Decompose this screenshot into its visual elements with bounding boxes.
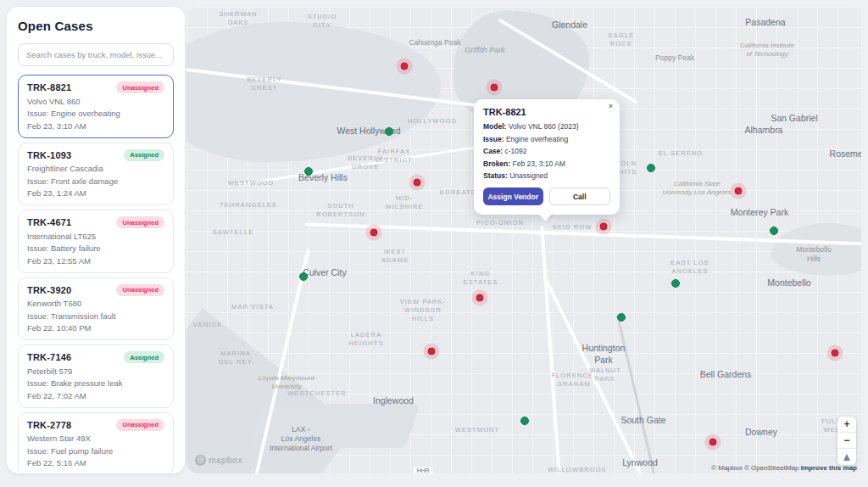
popup-row-label: Model: — [483, 122, 506, 131]
case-status-badge: Unassigned — [116, 419, 164, 431]
case-date: Feb 23, 12:55 AM — [27, 256, 164, 266]
popup-row-label: Broken: — [483, 160, 510, 168]
assigned-case-marker[interactable] — [520, 417, 529, 425]
attribution-text: © Mapbox © OpenStreetMap — [711, 464, 801, 472]
case-model: Kenworth T680 — [27, 299, 164, 308]
case-popup: × TRK-8821 Model: Volvo VNL 860 (2023)Is… — [474, 99, 620, 215]
case-status-badge: Unassigned — [116, 284, 164, 296]
case-model: Volvo VNL 860 — [27, 97, 164, 106]
case-card[interactable]: TRK-2778 Unassigned Western Star 49X Iss… — [18, 412, 174, 474]
popup-detail-row: Status: Unassigned — [483, 171, 610, 180]
unassigned-case-marker[interactable] — [428, 348, 436, 355]
case-date: Feb 23, 1:24 AM — [27, 188, 164, 198]
popup-detail-row: Issue: Engine overheating — [483, 135, 610, 143]
assigned-case-marker[interactable] — [617, 313, 626, 322]
zoom-in-button[interactable]: + — [837, 417, 856, 433]
improve-map-link[interactable]: Improve this map — [801, 464, 857, 472]
popup-row-value: c-1092 — [505, 147, 527, 155]
case-model: Peterbilt 579 — [27, 367, 164, 376]
case-model: International LT625 — [27, 232, 164, 241]
case-card-header: TRK-1093 Assigned — [27, 149, 164, 161]
case-issue: Issue: Battery failure — [27, 244, 164, 253]
unassigned-case-marker[interactable] — [709, 439, 717, 446]
mapbox-logo-word: mapbox — [209, 456, 242, 465]
popup-detail-rows: Model: Volvo VNL 860 (2023)Issue: Engine… — [483, 122, 610, 180]
popup-row-value: Volvo VNL 860 (2023) — [509, 122, 579, 131]
popup-row-label: Issue: — [483, 135, 504, 143]
case-card[interactable]: TRK-3920 Unassigned Kenworth T680 Issue:… — [18, 277, 174, 341]
case-date: Feb 22, 10:40 PM — [27, 323, 164, 333]
case-model: Freightliner Cascadia — [27, 164, 164, 173]
zoom-out-button[interactable]: − — [837, 433, 856, 449]
popup-row-value: Unassigned — [509, 171, 548, 180]
open-cases-panel: Open Cases TRK-8821 Unassigned Volvo VNL… — [7, 7, 185, 473]
case-card[interactable]: TRK-1093 Assigned Freightliner Cascadia … — [18, 143, 174, 206]
popup-detail-row: Case: c-1092 — [483, 147, 610, 155]
map-attribution: © Mapbox © OpenStreetMap Improve this ma… — [711, 464, 857, 472]
popup-row-value: Feb 23, 3:10 AM — [513, 160, 565, 168]
unassigned-case-marker[interactable] — [832, 350, 839, 357]
assigned-case-marker[interactable] — [647, 164, 655, 172]
map-canvas[interactable]: SHERMAN OAKSSTUDIO CITYGlendalePasadenaE… — [186, 7, 861, 473]
call-button[interactable]: Call — [549, 188, 611, 205]
map-terrain-airport — [249, 404, 420, 448]
map-controls: + − — [837, 417, 856, 465]
compass-button[interactable] — [837, 449, 856, 465]
popup-actions: Assign Vendor Call — [483, 188, 610, 205]
case-card[interactable]: TRK-4671 Unassigned International LT625 … — [18, 210, 174, 273]
case-date: Feb 23, 3:10 AM — [27, 121, 164, 131]
case-card-header: TRK-2778 Unassigned — [27, 419, 164, 431]
popup-detail-row: Broken: Feb 23, 3:10 AM — [483, 160, 610, 168]
case-issue: Issue: Fuel pump failure — [27, 446, 164, 456]
unassigned-case-marker[interactable] — [491, 84, 498, 92]
unassigned-case-marker[interactable] — [735, 188, 743, 195]
case-issue: Issue: Engine overheating — [27, 109, 164, 118]
case-status-badge: Unassigned — [116, 81, 164, 93]
case-status-badge: Unassigned — [116, 216, 164, 228]
case-id: TRK-2778 — [27, 420, 71, 430]
case-id: TRK-1093 — [27, 150, 71, 160]
case-issue: Issue: Transmission fault — [27, 311, 164, 321]
case-issue: Issue: Brake pressure leak — [27, 378, 164, 388]
mapbox-logo[interactable]: ⓜ mapbox — [195, 455, 242, 466]
popup-case-id: TRK-8821 — [483, 107, 610, 117]
panel-title: Open Cases — [18, 19, 174, 33]
assign-vendor-button[interactable]: Assign Vendor — [483, 188, 543, 205]
case-id: TRK-8821 — [27, 82, 71, 92]
case-list: TRK-8821 Unassigned Volvo VNL 860 Issue:… — [18, 75, 174, 473]
popup-row-value: Engine overheating — [506, 135, 568, 143]
popup-row-label: Status: — [483, 171, 508, 180]
case-status-badge: Assigned — [124, 351, 164, 363]
case-date: Feb 22, 5:16 AM — [27, 458, 164, 467]
case-date: Feb 22, 7:02 AM — [27, 391, 164, 400]
case-status-badge: Assigned — [124, 149, 164, 161]
case-issue: Issue: Front axle damage — [27, 176, 164, 186]
case-card-header: TRK-3920 Unassigned — [27, 284, 164, 296]
assigned-case-marker[interactable] — [299, 272, 308, 281]
case-id: TRK-7146 — [27, 352, 71, 362]
case-card[interactable]: TRK-7146 Assigned Peterbilt 579 Issue: B… — [18, 344, 174, 408]
case-id: TRK-4671 — [27, 217, 71, 227]
case-card[interactable]: TRK-8821 Unassigned Volvo VNL 860 Issue:… — [18, 75, 174, 138]
assigned-case-marker[interactable] — [770, 227, 778, 235]
unassigned-case-marker[interactable] — [401, 63, 409, 70]
case-card-header: TRK-7146 Assigned — [27, 351, 164, 363]
case-id: TRK-3920 — [27, 285, 71, 295]
unassigned-case-marker[interactable] — [600, 223, 608, 231]
assigned-case-marker[interactable] — [385, 127, 393, 136]
close-icon[interactable]: × — [609, 103, 613, 110]
search-input[interactable] — [18, 43, 174, 66]
popup-row-label: Case: — [483, 147, 503, 155]
unassigned-case-marker[interactable] — [370, 229, 378, 237]
compass-needle-icon — [843, 454, 850, 461]
mapbox-logo-icon: ⓜ — [195, 455, 206, 466]
assigned-case-marker[interactable] — [304, 167, 313, 176]
unassigned-case-marker[interactable] — [476, 294, 484, 302]
case-model: Western Star 49X — [27, 434, 164, 443]
unassigned-case-marker[interactable] — [414, 179, 421, 187]
case-card-header: TRK-4671 Unassigned — [27, 216, 164, 228]
case-card-header: TRK-8821 Unassigned — [27, 81, 164, 93]
assigned-case-marker[interactable] — [671, 279, 680, 288]
popup-detail-row: Model: Volvo VNL 860 (2023) — [483, 122, 610, 131]
